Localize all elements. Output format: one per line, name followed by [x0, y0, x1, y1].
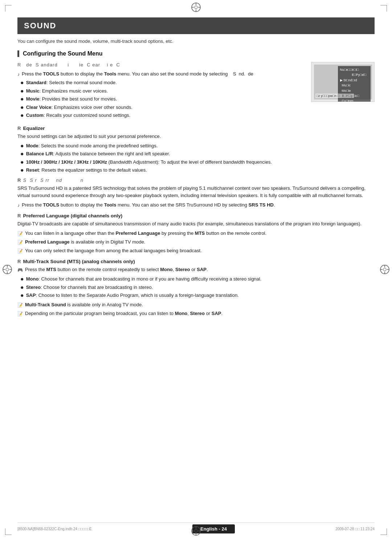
preferred-lang-note2: 📝 Preferred Language is available only i… — [17, 238, 375, 246]
preferred-lang-section: R Preferred Language (digital channels o… — [17, 213, 375, 254]
bullet-dot: ● — [20, 284, 24, 291]
mts-bullets: ● Mono: Choose for channels that are bro… — [17, 275, 375, 299]
srs-tools-note: ♪ Press the TOOLS button to display the … — [17, 201, 375, 209]
bullet-dot: ● — [20, 95, 24, 102]
r-prefix: R — [17, 177, 21, 183]
srs-section: R S S r S rr nd n SRS TruSurround HD is … — [17, 177, 375, 209]
section1-heading: Configuring the Sound Menu — [17, 50, 375, 57]
svg-point-7 — [6, 268, 9, 271]
srs-label: R S S r S rr nd n — [17, 177, 375, 183]
preferred-lang-label: R Preferred Language (digital channels o… — [17, 213, 375, 218]
bullet-text: Mode: Selects the sound mode among the p… — [26, 142, 158, 150]
svg-point-19 — [195, 529, 197, 532]
bullet-dot: ● — [20, 292, 24, 299]
sound-header: SOUND — [17, 17, 375, 34]
mts-note-text: Press the MTS button on the remote contr… — [25, 266, 208, 273]
tv-inner: Nu□e□□ Ir□t□ E□Py□el□ ▶ St□nd□rd Mu□ic M… — [314, 65, 372, 99]
bullet-text: Mono: Choose for channels that are broad… — [26, 275, 262, 283]
bullet-dot: ● — [20, 87, 24, 94]
bullet-dot: ● — [20, 167, 24, 173]
bullet-clearvoice: ● Clear Voice: Emphasizes voice over oth… — [20, 104, 305, 111]
note-icon: 📝 — [17, 230, 23, 237]
equalizer-intro: The sound settings can be adjusted to su… — [17, 133, 375, 140]
mts-label: R Multi-Track Sound (MTS) (analog channe… — [17, 259, 375, 264]
tv-bottom-label: □z y□□□pw□n □ E□Xi□y — [315, 94, 354, 98]
tv-menu-row6: Cu□tom — [340, 98, 368, 102]
footer-left: [8500-NA]BN68-02322C-Eng.indb 24 □□□□□E — [17, 527, 92, 531]
note-icon: 📝 — [17, 302, 23, 308]
bullet-standard: ● Standard: Selects the normal sound mod… — [20, 79, 305, 86]
corner-mark-br — [380, 528, 387, 535]
bullet-dot: ● — [20, 150, 24, 157]
bullet-text: SAP: Choose to listen to the Separate Au… — [26, 292, 239, 299]
sound-mode-bullets: ● Standard: Selects the normal sound mod… — [17, 79, 305, 119]
r-prefix: R — [17, 259, 21, 264]
tv-image-container: Nu□e□□ Ir□t□ E□Py□el□ ▶ St□nd□rd Mu□ic M… — [311, 62, 375, 102]
bullet-reset: ● Reset: Resets the equalizer settings t… — [20, 167, 375, 174]
bullet-mode: ● Mode: Selects the sound mode among the… — [20, 142, 375, 150]
bullet-text: Balance L/R: Adjusts the balance between… — [26, 150, 170, 158]
tv-menu-item: ▶ St□nd□rd — [340, 78, 357, 83]
bullet-text: Music: Emphasizes music over voices. — [26, 87, 108, 95]
svg-point-13 — [383, 268, 386, 271]
corner-mark-tl — [5, 5, 12, 12]
page: SOUND You can configure the sound mode, … — [0, 0, 392, 540]
note-text: You can only select the language from am… — [25, 247, 202, 254]
bullet-dot: ● — [20, 159, 24, 165]
remote-icon: 🎮 — [17, 267, 23, 273]
bullet-movie: ● Movie: Provides the best sound for mov… — [20, 95, 305, 103]
page-title: SOUND — [24, 21, 56, 30]
mode-row: R de S andard i ie C ear i e C — [17, 62, 305, 68]
bullet-text: Movie: Provides the best sound for movie… — [26, 95, 117, 103]
note-text: Preferred Language is available only in … — [25, 238, 145, 246]
top-compass-icon — [191, 2, 201, 12]
corner-mark-tr — [380, 5, 387, 12]
mode-row-text: R de S andard i ie C ear i e C — [17, 62, 120, 68]
preferred-lang-note1: 📝 You can listen in a language other tha… — [17, 230, 375, 237]
bullet-text: Clear Voice: Emphasizes voice over other… — [26, 104, 132, 111]
note-text: Multi-Track Sound is available only in A… — [25, 301, 143, 308]
intro-text: You can configure the sound mode, volume… — [17, 38, 375, 44]
equalizer-bullets: ● Mode: Selects the sound mode among the… — [17, 142, 375, 174]
section1-content: R de S andard i ie C ear i e C ♪ Press t… — [17, 62, 375, 121]
bullet-balance: ● Balance L/R: Adjusts the balance betwe… — [20, 150, 375, 158]
bullet-dot: ● — [20, 112, 24, 119]
left-compass-icon — [2, 265, 12, 276]
bullet-sap: ● SAP: Choose to listen to the Separate … — [20, 292, 375, 299]
bullet-bandwidth: ● 100Hz / 300Hz / 1KHz / 3KHz / 10KHz (B… — [20, 159, 375, 166]
mts-section: R Multi-Track Sound (MTS) (analog channe… — [17, 259, 375, 317]
tv-menu-item: Mu□ic — [340, 83, 351, 88]
bullet-text: Reset: Resets the equalizer settings to … — [26, 167, 147, 174]
tv-menu-row4: Mo□ie — [340, 88, 368, 93]
mts-note1: 🎮 Press the MTS button on the remote con… — [17, 266, 375, 273]
mts-title: Multi-Track Sound (MTS) (analog channels… — [23, 259, 135, 264]
tv-menu-val: Ir□t□ E□Py□el□ — [352, 67, 368, 78]
bullet-text: 100Hz / 300Hz / 1KHz / 3KHz / 10KHz (Ban… — [26, 159, 272, 166]
srs-para: SRS TruSurround HD is a patented SRS tec… — [17, 185, 375, 199]
tv-menu-item: Cu□tom — [340, 98, 354, 102]
bullet-stereo: ● Stereo: Choose for channels that are b… — [20, 284, 375, 291]
tv-menu-label: Nu□e□□ — [340, 67, 352, 78]
note-icon: 📝 — [17, 311, 23, 317]
srs-note-text: Press the TOOLS button to display the To… — [22, 201, 275, 209]
bullet-dot: ● — [20, 275, 24, 282]
right-compass-icon — [380, 265, 390, 276]
tv-menu-row2: ▶ St□nd□rd — [340, 78, 368, 83]
tools-note: ♪ Press the TOOLS button to display the … — [17, 70, 305, 78]
tv-menu-row3: Mu□ic — [340, 83, 368, 88]
bullet-text: Standard: Selects the normal sound mode. — [26, 79, 117, 86]
note-icon: ♪ — [17, 71, 20, 78]
corner-mark-bl — [5, 528, 12, 535]
r-prefix: R — [17, 126, 21, 131]
note-text: You can listen in a language other than … — [25, 230, 266, 237]
tv-menu-item: Mo□ie — [340, 88, 351, 93]
bottom-compass-icon — [191, 526, 201, 537]
bullet-mono: ● Mono: Choose for channels that are bro… — [20, 275, 375, 283]
svg-point-1 — [195, 6, 197, 9]
tv-screenshot: Nu□e□□ Ir□t□ E□Py□el□ ▶ St□nd□rd Mu□ic M… — [311, 62, 375, 102]
preferred-lang-title: Preferred Language (digital channels onl… — [23, 213, 122, 218]
mts-note3: 📝 Depending on the particular program be… — [17, 310, 375, 317]
note-icon: 📝 — [17, 248, 23, 254]
equalizer-title: Equalizer — [23, 126, 45, 131]
bullet-dot: ● — [20, 104, 24, 111]
